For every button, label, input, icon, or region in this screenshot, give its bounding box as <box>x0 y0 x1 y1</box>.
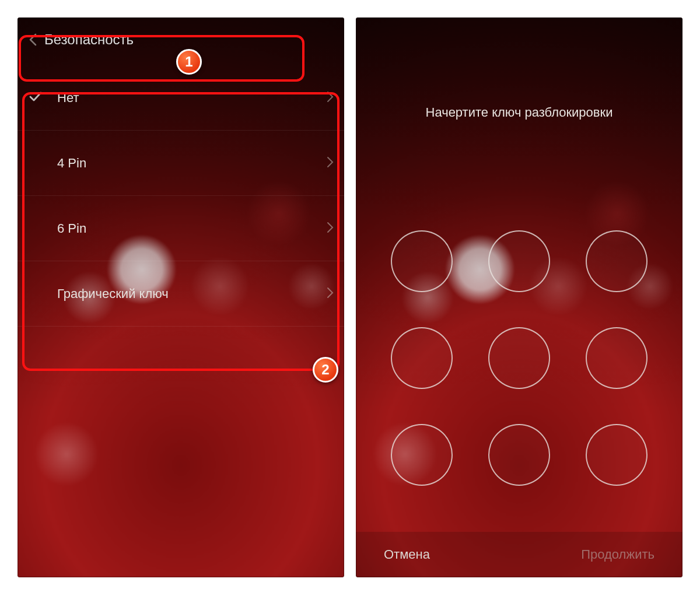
pattern-dot-7[interactable] <box>391 424 453 486</box>
option-6pin[interactable]: 6 Pin <box>18 196 344 261</box>
chevron-right-icon <box>327 222 334 236</box>
pattern-dot-5[interactable] <box>488 327 550 389</box>
pattern-draw-screen: Начертите ключ разблокировки Отмена Прод… <box>356 17 682 577</box>
instruction-text: Начертите ключ разблокировки <box>356 105 682 120</box>
option-4pin[interactable]: 4 Pin <box>18 131 344 196</box>
pattern-dot-2[interactable] <box>488 230 550 292</box>
option-label: Нет <box>57 90 79 106</box>
back-icon[interactable] <box>24 31 41 48</box>
bottom-action-bar: Отмена Продолжить <box>356 532 682 577</box>
option-pattern[interactable]: Графический ключ <box>18 261 344 327</box>
continue-button[interactable]: Продолжить <box>581 547 654 562</box>
pattern-grid[interactable] <box>391 230 648 486</box>
check-icon <box>29 92 42 104</box>
option-label: 6 Pin <box>57 221 86 236</box>
pattern-dot-1[interactable] <box>391 230 453 292</box>
pattern-dot-6[interactable] <box>586 327 648 389</box>
pattern-dot-3[interactable] <box>586 230 648 292</box>
page-title: Безопасность <box>44 31 134 48</box>
pattern-dot-9[interactable] <box>586 424 648 486</box>
security-settings-screen: Безопасность Нет 4 Pin 6 Pin <box>18 17 344 577</box>
chevron-right-icon <box>327 91 334 105</box>
chevron-right-icon <box>327 156 334 170</box>
security-options-list: Нет 4 Pin 6 Pin Графический ключ <box>18 65 344 327</box>
pattern-dot-4[interactable] <box>391 327 453 389</box>
cancel-button[interactable]: Отмена <box>384 547 430 562</box>
header-bar: Безопасность <box>18 17 344 62</box>
pattern-dot-8[interactable] <box>488 424 550 486</box>
option-label: Графический ключ <box>57 286 169 301</box>
option-none[interactable]: Нет <box>18 65 344 131</box>
chevron-right-icon <box>327 287 334 301</box>
option-label: 4 Pin <box>57 156 86 171</box>
